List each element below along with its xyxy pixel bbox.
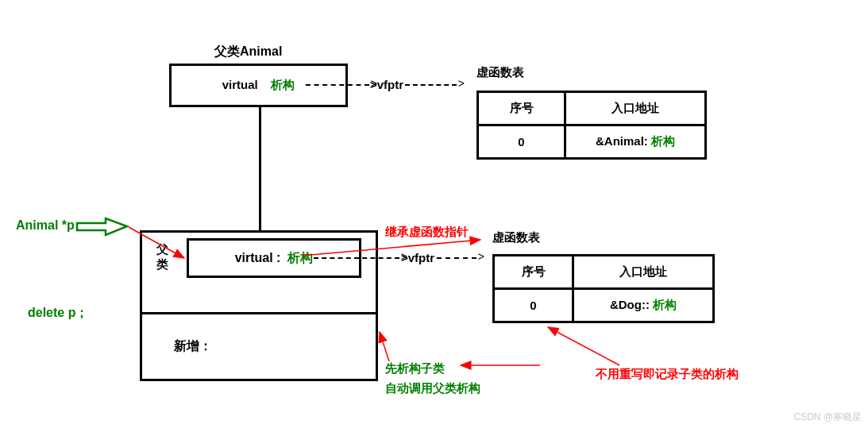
- auto-call-annotation: 自动调用父类析构: [385, 381, 480, 396]
- child-side-label: 父类: [156, 242, 169, 272]
- pointer-arrow-icon: [75, 217, 131, 240]
- dashed-arrow: [314, 257, 399, 259]
- virtual-keyword: virtual :: [235, 251, 281, 264]
- parent-class-title: 父类Animal: [214, 44, 282, 60]
- pointer-declaration: Animal *p: [16, 218, 75, 233]
- col-header-addr: 入口地址: [565, 92, 706, 125]
- vfptr-label: >vfptr: [370, 78, 403, 91]
- vtable-parent: 序号 入口地址 0 &Animal: 析构: [476, 91, 707, 160]
- col-header-addr: 入口地址: [573, 256, 714, 289]
- seq-cell: 0: [494, 289, 573, 322]
- virtual-label: virtual 析构: [222, 78, 295, 93]
- dashed-arrow: [437, 257, 476, 259]
- table-row: 0 &Dog:: 析构: [494, 289, 714, 322]
- addr-suffix: 析构: [653, 298, 677, 311]
- destructor-text: 析构: [271, 78, 295, 91]
- addr-cell: &Animal: 析构: [565, 125, 706, 159]
- svg-line-3: [548, 327, 619, 365]
- watermark: CSDN @寒晓星: [793, 411, 862, 424]
- addr-suffix: 析构: [651, 134, 675, 148]
- inheritance-line: [259, 107, 261, 230]
- dashed-arrow: [306, 84, 369, 86]
- col-header-seq: 序号: [478, 92, 565, 125]
- col-header-seq: 序号: [494, 256, 573, 289]
- vtable-title: 虚函数表: [476, 65, 524, 80]
- addr-prefix: &Dog::: [610, 298, 650, 311]
- table-row: 序号 入口地址: [478, 92, 706, 125]
- delete-statement: delete p；: [28, 305, 88, 322]
- new-label: 新增：: [174, 339, 212, 353]
- destructor-child-annotation: 先析构子类: [385, 361, 445, 376]
- addr-prefix: &Animal:: [596, 134, 648, 148]
- vfptr-label: >vfptr: [401, 251, 434, 264]
- addr-cell: &Dog:: 析构: [573, 289, 714, 322]
- child-new-section: 新增：: [142, 312, 376, 381]
- inherit-annotation: 继承虚函数指针: [385, 225, 469, 240]
- virtual-keyword: virtual: [222, 78, 258, 91]
- destructor-text: 析构: [287, 251, 313, 264]
- svg-line-5: [380, 332, 389, 361]
- no-rewrite-annotation: 不用重写即记录子类的析构: [596, 367, 739, 382]
- table-row: 0 &Animal: 析构: [478, 125, 706, 159]
- table-row: 序号 入口地址: [494, 256, 714, 289]
- seq-cell: 0: [478, 125, 565, 159]
- virtual-label: virtual : 析构: [235, 250, 314, 267]
- dashed-arrow: [405, 84, 457, 86]
- vtable-title: 虚函数表: [492, 230, 540, 245]
- vtable-child: 序号 入口地址 0 &Dog:: 析构: [492, 254, 715, 323]
